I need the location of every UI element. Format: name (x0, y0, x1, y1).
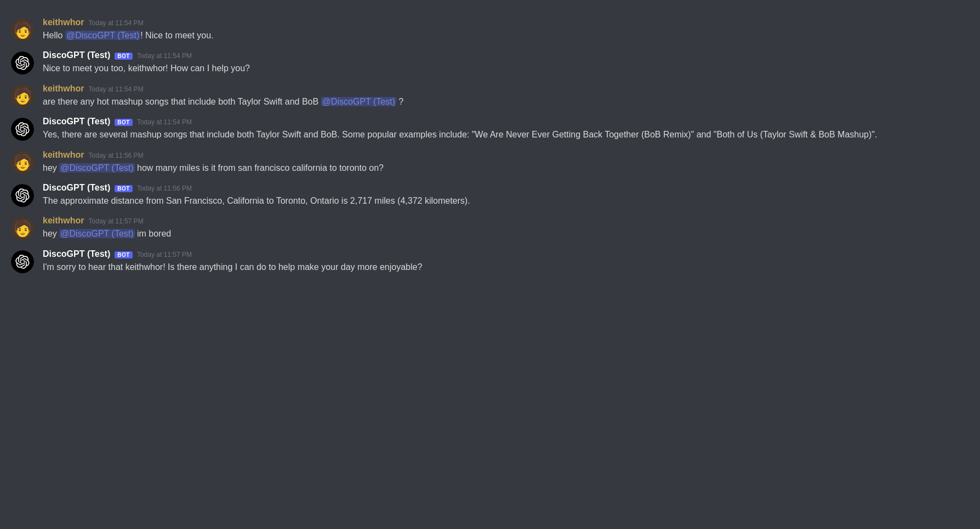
chat-container: 🧑keithwhorToday at 11:54 PMHello @DiscoG… (0, 11, 980, 275)
bot-avatar (11, 250, 34, 273)
message-content: DiscoGPT (Test)BOTToday at 11:54 PMYes, … (43, 117, 969, 141)
gpt-icon (15, 255, 30, 269)
mention[interactable]: @DiscoGPT (Test) (59, 229, 134, 238)
username: DiscoGPT (Test) (43, 117, 110, 127)
gpt-icon (15, 188, 30, 203)
username: keithwhor (43, 150, 84, 160)
bot-avatar (11, 51, 34, 74)
timestamp: Today at 11:56 PM (137, 185, 192, 192)
message-group: 🧑keithwhorToday at 11:56 PMhey @DiscoGPT… (0, 143, 980, 176)
bot-badge: BOT (115, 185, 133, 192)
bot-avatar (11, 118, 34, 141)
bot-badge: BOT (115, 251, 133, 258)
message-group: DiscoGPT (Test)BOTToday at 11:54 PMYes, … (0, 110, 980, 143)
username: DiscoGPT (Test) (43, 183, 110, 193)
bot-avatar (11, 184, 34, 207)
message-text: The approximate distance from San Franci… (43, 195, 969, 207)
message-group: 🧑keithwhorToday at 11:57 PMhey @DiscoGPT… (0, 209, 980, 242)
timestamp: Today at 11:57 PM (89, 217, 144, 225)
avatar: 🧑 (11, 85, 34, 108)
username: DiscoGPT (Test) (43, 249, 110, 259)
message-group: 🧑keithwhorToday at 11:54 PMare there any… (0, 77, 980, 110)
timestamp: Today at 11:56 PM (89, 152, 144, 159)
timestamp: Today at 11:54 PM (89, 85, 144, 93)
timestamp: Today at 11:57 PM (137, 251, 192, 258)
message-content: keithwhorToday at 11:54 PMHello @DiscoGP… (43, 18, 969, 42)
message-content: keithwhorToday at 11:54 PMare there any … (43, 84, 969, 108)
avatar: 🧑 (11, 151, 34, 174)
message-content: keithwhorToday at 11:57 PMhey @DiscoGPT … (43, 216, 969, 240)
message-header: DiscoGPT (Test)BOTToday at 11:56 PM (43, 183, 969, 193)
message-text: hey @DiscoGPT (Test) how many miles is i… (43, 162, 969, 174)
message-group: DiscoGPT (Test)BOTToday at 11:57 PMI'm s… (0, 243, 980, 275)
username: keithwhor (43, 84, 84, 94)
bot-badge: BOT (115, 53, 133, 60)
message-group: DiscoGPT (Test)BOTToday at 11:54 PMNice … (0, 44, 980, 77)
message-content: keithwhorToday at 11:56 PMhey @DiscoGPT … (43, 150, 969, 174)
message-content: DiscoGPT (Test)BOTToday at 11:56 PMThe a… (43, 183, 969, 207)
mention[interactable]: @DiscoGPT (Test) (321, 97, 396, 106)
message-header: DiscoGPT (Test)BOTToday at 11:54 PM (43, 50, 969, 60)
mention[interactable]: @DiscoGPT (Test) (65, 31, 140, 40)
message-content: DiscoGPT (Test)BOTToday at 11:54 PMNice … (43, 50, 969, 74)
message-group: DiscoGPT (Test)BOTToday at 11:56 PMThe a… (0, 176, 980, 209)
message-text: Yes, there are several mashup songs that… (43, 129, 969, 141)
username: DiscoGPT (Test) (43, 50, 110, 60)
message-header: keithwhorToday at 11:54 PM (43, 84, 969, 94)
username: keithwhor (43, 18, 84, 27)
message-text: I'm sorry to hear that keithwhor! Is the… (43, 261, 969, 273)
timestamp: Today at 11:54 PM (137, 52, 192, 60)
username: keithwhor (43, 216, 84, 226)
message-header: DiscoGPT (Test)BOTToday at 11:57 PM (43, 249, 969, 259)
avatar: 🧑 (11, 19, 34, 42)
message-header: keithwhorToday at 11:54 PM (43, 18, 969, 27)
message-text: hey @DiscoGPT (Test) im bored (43, 228, 969, 240)
message-header: keithwhorToday at 11:57 PM (43, 216, 969, 226)
gpt-icon (15, 56, 30, 70)
avatar (11, 184, 34, 207)
message-text: Nice to meet you too, keithwhor! How can… (43, 62, 969, 74)
message-text: are there any hot mashup songs that incl… (43, 96, 969, 108)
timestamp: Today at 11:54 PM (89, 19, 144, 27)
message-group: 🧑keithwhorToday at 11:54 PMHello @DiscoG… (0, 11, 980, 44)
message-header: keithwhorToday at 11:56 PM (43, 150, 969, 160)
bot-badge: BOT (115, 119, 133, 126)
timestamp: Today at 11:54 PM (137, 118, 192, 126)
gpt-icon (15, 122, 30, 136)
message-text: Hello @DiscoGPT (Test)! Nice to meet you… (43, 30, 969, 42)
avatar (11, 51, 34, 74)
avatar (11, 118, 34, 141)
avatar (11, 250, 34, 273)
message-content: DiscoGPT (Test)BOTToday at 11:57 PMI'm s… (43, 249, 969, 273)
mention[interactable]: @DiscoGPT (Test) (59, 163, 134, 173)
message-header: DiscoGPT (Test)BOTToday at 11:54 PM (43, 117, 969, 127)
avatar: 🧑 (11, 217, 34, 240)
